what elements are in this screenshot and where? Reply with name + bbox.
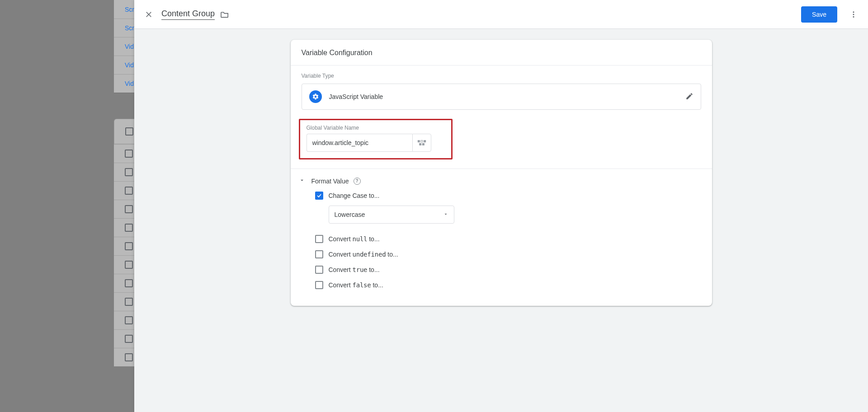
convert-null-checkbox[interactable]: [315, 235, 323, 243]
bg-checkbox: [125, 205, 133, 213]
global-variable-input[interactable]: [307, 134, 412, 152]
svg-rect-5: [417, 140, 420, 142]
bg-checkbox: [125, 168, 133, 176]
card-title: Variable Configuration: [291, 40, 712, 65]
convert-undefined-checkbox[interactable]: [315, 250, 323, 258]
bg-checkbox: [125, 298, 133, 306]
bg-checkbox: [125, 335, 133, 343]
svg-rect-8: [419, 143, 421, 145]
bg-row-text: Vid: [125, 43, 134, 50]
svg-rect-11: [421, 140, 422, 142]
convert-false-row: Convert false to...: [315, 280, 701, 290]
convert-false-checkbox[interactable]: [315, 281, 323, 289]
dropdown-arrow-icon: [443, 211, 448, 218]
convert-null-row: Convert null to...: [315, 234, 701, 244]
folder-icon[interactable]: [220, 11, 229, 18]
input-group: [307, 134, 445, 152]
insert-variable-button[interactable]: [412, 134, 431, 152]
svg-point-4: [853, 16, 854, 17]
change-case-label: Change Case to...: [329, 192, 380, 199]
convert-false-label: Convert false to...: [329, 281, 383, 289]
gear-icon: [309, 90, 322, 103]
bg-checkbox: [125, 353, 133, 361]
bg-row-text: Scr: [125, 24, 134, 32]
format-value-section: Format Value ? Change Case to... Lowerca…: [291, 169, 712, 306]
close-button[interactable]: [140, 5, 158, 23]
bg-checkbox: [125, 127, 133, 136]
global-variable-label: Global Variable Name: [307, 125, 445, 131]
case-select[interactable]: Lowercase: [329, 206, 454, 224]
bg-checkbox: [125, 242, 133, 250]
bg-checkbox: [125, 261, 133, 269]
slideout-panel: Content Group Save Variable Configuratio…: [134, 0, 868, 412]
brick-icon: [417, 140, 426, 146]
convert-undefined-label: Convert undefined to...: [329, 251, 398, 258]
convert-undefined-row: Convert undefined to...: [315, 249, 701, 260]
bg-checkbox: [125, 150, 133, 158]
bg-checkbox: [125, 187, 133, 195]
panel-body: Variable Configuration Variable Type Jav…: [134, 29, 868, 412]
format-value-toggle[interactable]: Format Value ?: [299, 177, 701, 185]
help-icon[interactable]: ?: [354, 178, 361, 185]
highlight-annotation: Global Variable Name: [299, 119, 453, 159]
variable-type-label: Variable Type: [302, 73, 701, 79]
svg-rect-7: [424, 140, 426, 142]
change-case-row: Change Case to...: [315, 190, 701, 201]
variable-type-section: Variable Type JavaScript Variable: [291, 66, 712, 119]
svg-point-3: [853, 14, 854, 15]
more-vert-icon: [849, 10, 858, 19]
global-variable-section: Global Variable Name: [291, 119, 712, 169]
bg-row-text: Scr: [125, 6, 134, 13]
pencil-icon: [685, 92, 693, 102]
chevron-down-icon: [299, 177, 307, 185]
convert-true-row: Convert true to...: [315, 264, 701, 275]
case-select-value: Lowercase: [335, 211, 365, 218]
format-options: Change Case to... Lowercase Convert null…: [299, 190, 701, 290]
panel-header: Content Group Save: [134, 0, 868, 29]
variable-config-card: Variable Configuration Variable Type Jav…: [291, 40, 712, 306]
convert-true-label: Convert true to...: [329, 266, 380, 273]
panel-title[interactable]: Content Group: [161, 9, 215, 20]
variable-type-name: JavaScript Variable: [329, 93, 678, 100]
close-icon: [145, 10, 153, 19]
change-case-checkbox[interactable]: [315, 192, 323, 200]
bg-row-text: Vid: [125, 61, 134, 69]
bg-row-text: Vid: [125, 80, 134, 87]
save-button[interactable]: Save: [801, 6, 837, 23]
variable-type-row[interactable]: JavaScript Variable: [302, 84, 701, 110]
convert-null-label: Convert null to...: [329, 235, 380, 243]
bg-checkbox: [125, 279, 133, 287]
svg-rect-9: [422, 143, 424, 145]
bg-checkbox: [125, 316, 133, 324]
bg-checkbox: [125, 224, 133, 232]
convert-true-checkbox[interactable]: [315, 266, 323, 274]
svg-point-2: [853, 11, 854, 13]
format-value-title: Format Value: [311, 178, 349, 185]
more-menu-button[interactable]: [844, 5, 863, 23]
